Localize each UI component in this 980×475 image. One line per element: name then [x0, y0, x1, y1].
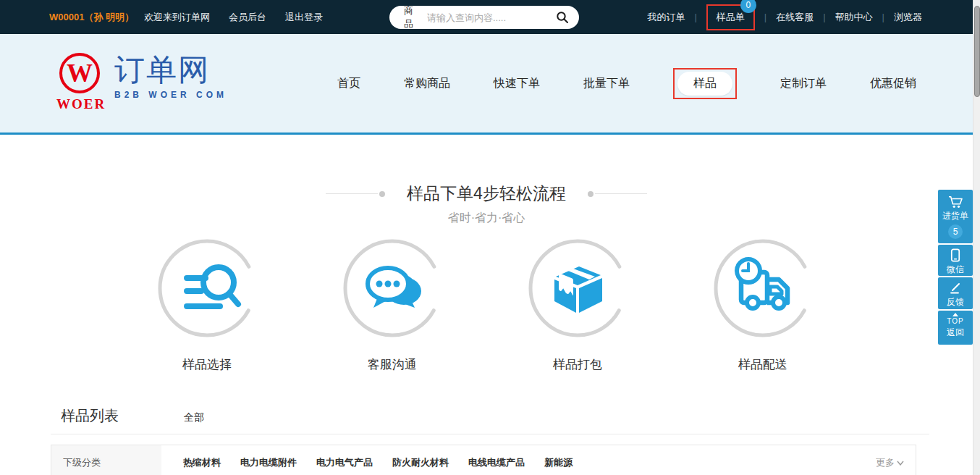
my-orders-link[interactable]: 我的订单	[647, 11, 685, 24]
search-icon	[556, 11, 569, 24]
nav-frequent-goods[interactable]: 常购商品	[404, 76, 450, 91]
search-bar: 商品	[389, 6, 579, 29]
category-fireproof-materials[interactable]: 防火耐火材料	[392, 456, 449, 475]
sample-nav-highlight-box: 样品	[673, 68, 737, 99]
top-word: TOP	[947, 317, 963, 325]
member-center-link[interactable]: 会员后台	[229, 11, 266, 24]
user-id: W00001（孙 明明）	[49, 11, 134, 24]
wechat-label: 微信	[947, 264, 964, 276]
chevron-down-icon	[897, 461, 904, 466]
search-category-label[interactable]: 商品	[404, 4, 415, 30]
site-name: 订单网	[114, 53, 227, 88]
logo-brand-text: WOER	[56, 96, 103, 112]
wechat-button[interactable]: 微信	[938, 245, 973, 276]
title-decoration-left-line	[326, 193, 378, 194]
sample-order-highlight-box: 样品单 0	[706, 4, 755, 30]
delivery-truck-icon	[714, 239, 812, 337]
filter-label: 下级分类	[51, 445, 161, 475]
sample-list-head: 样品列表 全部	[61, 406, 204, 426]
more-categories-button[interactable]: 更多	[876, 456, 904, 469]
category-filter-row: 下级分类 热缩材料 电力电缆附件 电力电气产品 防火耐火材料 电线电缆产品 新能…	[51, 445, 916, 475]
search-input[interactable]	[427, 12, 554, 23]
topbar: W00001（孙 明明） 欢迎来到订单网 会员后台 退出登录 商品 我的订单 |…	[0, 0, 980, 34]
menu-separator: |	[882, 12, 884, 22]
help-center-link[interactable]: 帮助中心	[835, 11, 873, 24]
step-sample-packing[interactable]: 样品打包	[485, 239, 670, 373]
nav-custom-order[interactable]: 定制订单	[780, 76, 827, 91]
tab-all[interactable]: 全部	[184, 411, 204, 424]
sample-order-link[interactable]: 样品单	[717, 12, 745, 22]
vertical-scrollbar[interactable]	[973, 0, 980, 475]
page: W00001（孙 明明） 欢迎来到订单网 会员后台 退出登录 商品 我的订单 |…	[0, 0, 980, 475]
nav-promotions[interactable]: 优惠促销	[870, 76, 916, 91]
hero-title: 样品下单4步轻松流程	[407, 182, 566, 205]
search-list-icon	[158, 239, 256, 337]
title-decoration-left-dot	[379, 191, 385, 197]
hero-subtitle: 省时·省力·省心	[0, 211, 973, 226]
title-decoration-right-dot	[588, 191, 594, 197]
category-links: 热缩材料 电力电缆附件 电力电气产品 防火耐火材料 电线电缆产品 新能源	[183, 445, 573, 475]
process-steps: 样品选择 客服沟通	[114, 239, 856, 373]
online-service-link[interactable]: 在线客服	[776, 11, 814, 24]
menu-separator: |	[764, 12, 766, 22]
category-power-cable-accessories[interactable]: 电力电缆附件	[240, 456, 297, 475]
step-label: 客服沟通	[300, 356, 485, 373]
step-label: 样品打包	[485, 356, 670, 373]
site-logo[interactable]: W WOER 订单网 B2B WOER COM	[56, 53, 227, 112]
hero-title-row: 样品下单4步轻松流程	[0, 182, 973, 205]
category-new-energy[interactable]: 新能源	[544, 456, 573, 475]
step-sample-selection[interactable]: 样品选择	[114, 239, 300, 373]
purchase-list-button[interactable]: 进货单 5	[938, 190, 973, 243]
pencil-icon	[949, 282, 962, 295]
scrollbar-thumb[interactable]	[974, 6, 980, 97]
category-wire-cable-products[interactable]: 电线电缆产品	[468, 456, 525, 475]
package-box-icon	[528, 239, 627, 337]
menu-separator: |	[823, 12, 825, 22]
category-electric-products[interactable]: 电力电气产品	[316, 456, 373, 475]
topbar-menu: 我的订单 | 样品单 0 | 在线客服 | 帮助中心 | 浏览器	[647, 0, 922, 34]
purchase-list-badge: 5	[948, 224, 963, 239]
site-title-block: 订单网 B2B WOER COM	[114, 53, 227, 112]
logo-letter: W	[67, 60, 93, 86]
nav-sample[interactable]: 样品	[677, 72, 732, 96]
feedback-button[interactable]: 反馈	[938, 277, 973, 309]
category-heat-shrink[interactable]: 热缩材料	[183, 456, 221, 475]
back-to-top-button[interactable]: TOP 返回	[938, 311, 973, 345]
feedback-label: 反馈	[947, 296, 964, 308]
welcome-text: 欢迎来到订单网	[144, 11, 210, 24]
back-label: 返回	[947, 327, 964, 339]
menu-separator: |	[694, 12, 696, 22]
nav-home[interactable]: 首页	[337, 76, 360, 91]
chat-icon	[343, 239, 442, 337]
search-button[interactable]	[554, 9, 570, 25]
sample-order-badge: 0	[740, 0, 756, 13]
logout-link[interactable]: 退出登录	[285, 11, 323, 24]
browser-link[interactable]: 浏览器	[894, 11, 922, 24]
step-sample-delivery[interactable]: 样品配送	[670, 239, 856, 373]
woer-logo-mark: W WOER	[56, 53, 103, 112]
purchase-list-label: 进货单	[942, 210, 968, 222]
phone-icon	[950, 248, 960, 262]
sample-list-title: 样品列表	[61, 406, 119, 426]
step-label: 样品选择	[114, 356, 300, 373]
site-header: W WOER 订单网 B2B WOER COM 首页 常购商品 快速下单 批量下…	[0, 34, 973, 135]
nav-quick-order[interactable]: 快速下单	[494, 76, 540, 91]
site-tagline: B2B WOER COM	[114, 90, 227, 100]
main-nav: 首页 常购商品 快速下单 批量下单 样品 定制订单 优惠促销	[337, 34, 916, 133]
step-customer-service[interactable]: 客服沟通	[300, 239, 485, 373]
step-label: 样品配送	[670, 356, 856, 373]
list-divider	[51, 434, 929, 434]
more-label: 更多	[876, 456, 895, 469]
up-arrow-icon	[952, 313, 958, 316]
cart-icon	[947, 196, 963, 209]
woer-logo-circle-icon: W	[59, 53, 100, 93]
title-decoration-right-line	[595, 193, 647, 194]
nav-bulk-order[interactable]: 批量下单	[583, 76, 630, 91]
